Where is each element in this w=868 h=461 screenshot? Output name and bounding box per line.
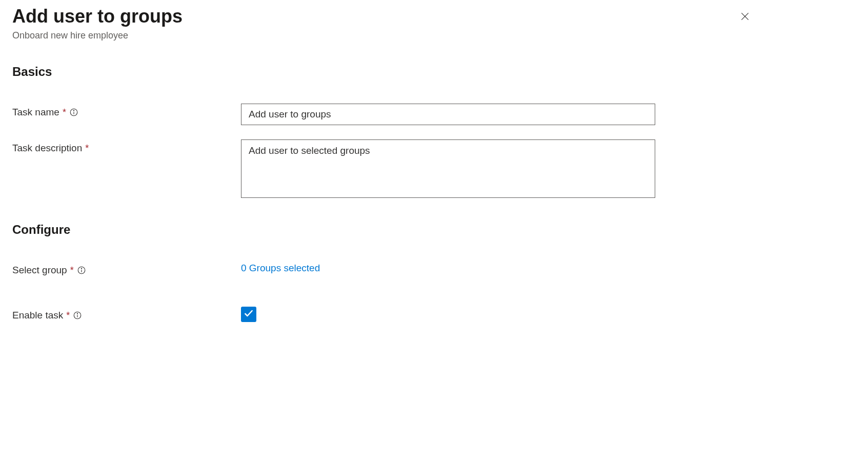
close-icon <box>740 15 750 23</box>
required-indicator: * <box>66 310 70 321</box>
select-group-label: Select group <box>12 265 67 276</box>
task-name-input[interactable] <box>241 104 655 125</box>
page-subtitle: Onboard new hire employee <box>12 30 183 41</box>
task-description-input[interactable] <box>241 139 655 198</box>
section-basics-title: Basics <box>12 65 856 79</box>
required-indicator: * <box>63 107 66 118</box>
required-indicator: * <box>85 143 89 154</box>
enable-task-label: Enable task <box>12 310 63 321</box>
required-indicator: * <box>70 265 74 276</box>
task-description-label: Task description <box>12 143 82 154</box>
svg-point-3 <box>73 110 74 111</box>
svg-point-6 <box>81 268 82 269</box>
section-configure-title: Configure <box>12 223 856 237</box>
info-icon[interactable] <box>69 108 78 117</box>
page-title: Add user to groups <box>12 5 183 27</box>
info-icon[interactable] <box>77 266 86 275</box>
info-icon[interactable] <box>73 311 82 320</box>
svg-point-9 <box>77 313 78 314</box>
checkmark-icon <box>244 308 254 320</box>
enable-task-checkbox[interactable] <box>241 307 256 322</box>
close-button[interactable] <box>737 8 753 26</box>
task-name-label: Task name <box>12 107 59 118</box>
select-group-link[interactable]: 0 Groups selected <box>241 262 320 274</box>
